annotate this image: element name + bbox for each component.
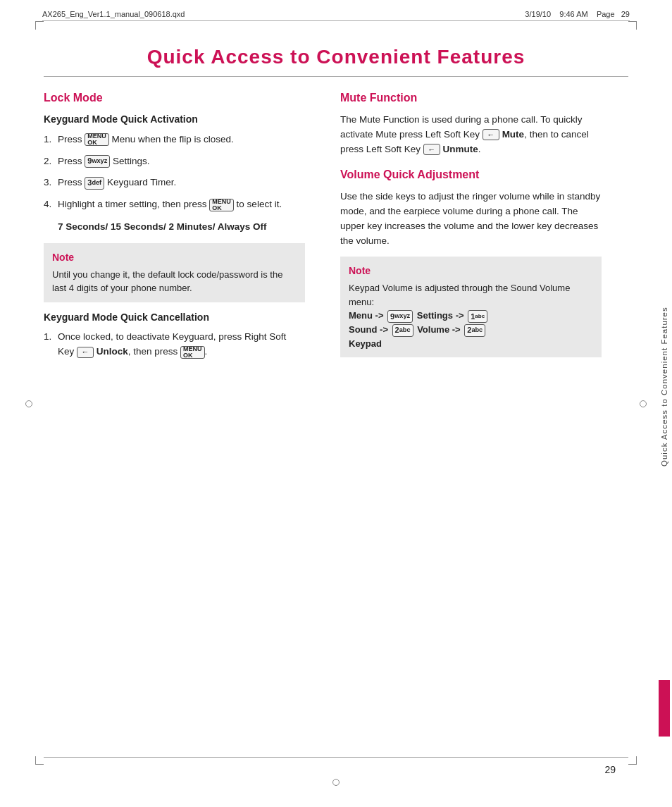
note-body-2: Keypad Volume is adjusted through the So… — [349, 281, 593, 350]
header-bar: AX265_Eng_Ver1.1_manual_090618.qxd 3/19/… — [42, 10, 630, 21]
side-tab-text: Quick Access to Convenient Features — [660, 99, 668, 674]
reg-mark-left — [25, 400, 32, 407]
timer-options: 7 Seconds/ 15 Seconds/ 2 Minutes/ Always… — [58, 219, 305, 235]
volume-adjustment-heading: Volume Quick Adjustment — [340, 168, 602, 181]
corner-mark-tr — [628, 21, 637, 30]
keyguard-cancellation-heading: Keyguard Mode Quick Cancellation — [44, 311, 305, 325]
menu-ok-key-1: MENUOK — [85, 133, 109, 146]
reg-mark-bottom — [332, 779, 340, 786]
page-title: Quick Access to Convenient Features — [42, 46, 630, 68]
volume-body: Use the side keys to adjust the ringer v… — [340, 190, 602, 249]
header-datetime: 3/19/10 9:46 AM Page 29 — [525, 10, 630, 18]
side-tab: Quick Access to Convenient Features — [657, 99, 672, 737]
corner-mark-br — [628, 756, 637, 765]
note-title-1: Note — [52, 250, 297, 265]
corner-mark-tl — [35, 21, 44, 30]
note-box-1: Note Until you change it, the default lo… — [44, 243, 305, 302]
left-column: Lock Mode Keyguard Mode Quick Activation… — [44, 92, 312, 744]
list-item: 2. Press 9 wxyz Settings. — [44, 154, 305, 169]
3def-key: 3 def — [85, 177, 104, 190]
2abc-key-note2: 2 abc — [464, 324, 485, 337]
keypad-label: Keypad — [349, 338, 382, 349]
note-title-2: Note — [349, 264, 593, 278]
keyguard-activation-heading: Keyguard Mode Quick Activation — [44, 113, 305, 127]
h-rule-top — [44, 76, 628, 77]
9wxyz-key: 9 wxyz — [85, 155, 110, 168]
list-item: 3. Press 3 def Keyguard Timer. — [44, 175, 305, 190]
side-tab-bar — [659, 680, 670, 737]
9wxyz-key-note: 9 wxyz — [387, 310, 413, 323]
soft-key-mute: ← — [483, 129, 499, 140]
lock-mode-heading: Lock Mode — [44, 92, 305, 104]
note-body-1: Until you change it, the default lock co… — [52, 268, 297, 295]
reg-mark-right — [640, 400, 647, 407]
list-item: 4. Highlight a timer setting, then press… — [44, 197, 305, 212]
content-area: Lock Mode Keyguard Mode Quick Activation… — [44, 92, 602, 744]
h-rule-bottom — [44, 757, 628, 758]
2abc-key-note1: 2 abc — [392, 324, 413, 337]
corner-mark-bl — [35, 756, 44, 765]
menu-ok-key-2: MENUOK — [209, 199, 234, 211]
soft-key-unmute: ← — [423, 144, 440, 155]
mute-function-heading: Mute Function — [340, 92, 602, 104]
soft-key-unlock: ← — [77, 347, 94, 358]
mute-body: The Mute Function is used during a phone… — [340, 113, 602, 157]
note-box-2: Note Keypad Volume is adjusted through t… — [340, 257, 602, 357]
header-filename: AX265_Eng_Ver1.1_manual_090618.qxd — [42, 10, 185, 18]
list-item: 1. Once locked, to deactivate Keyguard, … — [44, 330, 305, 359]
1-key-note: 1 abc — [468, 310, 487, 323]
page-number: 29 — [604, 764, 616, 775]
right-column: Mute Function The Mute Function is used … — [333, 92, 602, 744]
list-item: 1. Press MENUOK Menu when the flip is cl… — [44, 133, 305, 147]
menu-ok-key-3: MENUOK — [180, 346, 205, 359]
